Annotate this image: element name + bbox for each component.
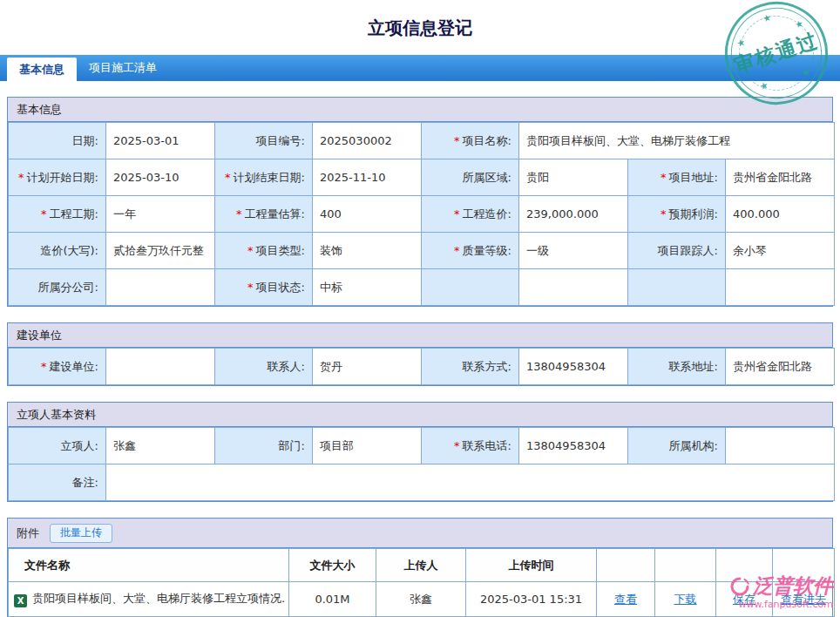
field-value: 2025030002 xyxy=(313,123,422,159)
field-label xyxy=(628,269,726,306)
attach-column-header: 文件大小 xyxy=(289,549,376,582)
field-label: 联系人: xyxy=(215,349,313,385)
attachment-file-name: X贵阳项目样板间、大堂、电梯厅装修工程立项情况. xyxy=(9,582,289,617)
attach-column-header: 上传人 xyxy=(376,549,466,582)
field-label: 备注: xyxy=(9,464,106,501)
field-label: *质量等级: xyxy=(422,233,519,269)
field-label: 日期: xyxy=(9,123,106,159)
field-value: 一年 xyxy=(106,196,215,233)
required-asterisk: * xyxy=(454,439,460,452)
form-section: 建设单位*建设单位:联系人:贺丹联系方式:13804958304联系地址:贵州省… xyxy=(7,322,833,386)
section-title: 建设单位 xyxy=(8,323,832,348)
attachments-section: 附件 批量上传 文件名称文件大小上传人上传时间 X贵阳项目样板间、大堂、电梯厅装… xyxy=(7,518,833,617)
attach-column-header-empty xyxy=(773,549,835,582)
field-value: 贵州省金阳北路 xyxy=(726,159,835,196)
attachment-action-cell: 查看进去 xyxy=(773,582,835,617)
field-label: *工程造价: xyxy=(422,196,519,233)
field-value: 400 xyxy=(313,196,422,233)
attachment-action-2-link[interactable]: 下载 xyxy=(674,593,697,606)
required-asterisk: * xyxy=(454,207,460,220)
field-value: 贺丹 xyxy=(313,349,422,385)
batch-upload-button[interactable]: 批量上传 xyxy=(50,524,112,543)
field-value xyxy=(726,269,835,306)
excel-file-icon: X xyxy=(14,594,27,607)
field-value xyxy=(726,428,835,464)
field-value: 2025-11-10 xyxy=(313,159,422,196)
attachment-action-cell: 查看 xyxy=(597,582,655,617)
field-value: 贵阳 xyxy=(519,159,628,196)
section-title: 基本信息 xyxy=(8,98,832,122)
page-title: 立项信息登记 xyxy=(0,0,840,55)
field-value: 张鑫 xyxy=(106,428,215,464)
attach-column-header-empty xyxy=(597,549,655,582)
form-row: 所属分公司:*项目状态:中标 xyxy=(9,269,835,306)
field-value: 贵阳项目样板间、大堂、电梯厅装修工程 xyxy=(519,123,835,159)
form-row: *计划开始日期:2025-03-10*计划结束日期:2025-11-10所属区域… xyxy=(9,159,835,196)
form-row: 立项人:张鑫部门:项目部*联系电话:13804958304所属机构: xyxy=(9,428,835,464)
attach-column-header: 文件名称 xyxy=(9,549,289,582)
field-value: 中标 xyxy=(313,269,422,306)
required-asterisk: * xyxy=(660,207,667,220)
field-label: 部门: xyxy=(215,428,313,464)
field-value xyxy=(106,349,215,385)
attachment-action-cell: 下载 xyxy=(655,582,716,617)
tab-bar: 基本信息 项目施工清单 xyxy=(0,55,840,81)
required-asterisk: * xyxy=(41,207,47,220)
field-value: 400.000 xyxy=(726,196,835,233)
field-value: 一级 xyxy=(519,233,628,269)
attachment-action-1-link[interactable]: 查看 xyxy=(614,593,637,606)
field-label: 项目跟踪人: xyxy=(628,233,726,269)
form-section: 基本信息日期:2025-03-01项目编号:2025030002*项目名称:贵阳… xyxy=(7,97,833,307)
tab-construction-list[interactable]: 项目施工清单 xyxy=(77,55,169,81)
field-label: *联系电话: xyxy=(422,428,519,464)
section-title: 立项人基本资料 xyxy=(8,403,832,427)
field-value: 13804958304 xyxy=(519,349,628,385)
field-label: *计划结束日期: xyxy=(215,159,313,196)
field-label: 造价(大写): xyxy=(9,233,106,269)
field-label: 联系方式: xyxy=(422,349,519,385)
attachments-header: 附件 批量上传 xyxy=(8,519,832,548)
form-row: 造价(大写):贰拾叁万玖仟元整*项目类型:装饰*质量等级:一级项目跟踪人:余小琴 xyxy=(9,233,835,269)
field-value xyxy=(106,464,835,501)
attachment-upload-time: 2025-03-01 15:31 xyxy=(466,582,597,617)
field-value: 2025-03-10 xyxy=(106,159,215,196)
attachment-action-3-link[interactable]: 保存 xyxy=(733,593,755,606)
field-label: *项目状态: xyxy=(215,269,313,306)
field-value: 贰拾叁万玖仟元整 xyxy=(106,233,215,269)
form-row: *建设单位:联系人:贺丹联系方式:13804958304联系地址:贵州省金阳北路 xyxy=(9,349,835,385)
form-section: 立项人基本资料立项人:张鑫部门:项目部*联系电话:13804958304所属机构… xyxy=(7,402,833,502)
field-label: *建设单位: xyxy=(9,349,106,385)
attachments-title: 附件 xyxy=(17,525,39,541)
attach-column-header: 上传时间 xyxy=(466,549,597,582)
field-label: *项目地址: xyxy=(628,159,726,196)
attach-column-header-empty xyxy=(655,549,716,582)
required-asterisk: * xyxy=(18,171,24,184)
field-value: 余小琴 xyxy=(726,233,835,269)
field-label: *项目类型: xyxy=(215,233,313,269)
field-label: *工程量估算: xyxy=(215,196,313,233)
attachment-uploader: 张鑫 xyxy=(376,582,466,617)
field-value xyxy=(106,269,215,306)
attachment-action-4-link[interactable]: 查看进去 xyxy=(781,593,826,606)
field-value xyxy=(519,269,628,306)
attach-column-header-empty xyxy=(716,549,773,582)
field-value: 贵州省金阳北路 xyxy=(726,349,835,385)
form-row: 备注: xyxy=(9,464,835,501)
field-value: 项目部 xyxy=(313,428,422,464)
field-value: 13804958304 xyxy=(519,428,628,464)
tab-basic-info[interactable]: 基本信息 xyxy=(7,58,77,81)
stamp-star-icon: ★ xyxy=(758,79,769,92)
field-label xyxy=(422,269,519,306)
field-label: 立项人: xyxy=(9,428,106,464)
required-asterisk: * xyxy=(454,134,460,147)
required-asterisk: * xyxy=(225,171,231,184)
field-label: 项目编号: xyxy=(215,123,313,159)
field-label: *项目名称: xyxy=(422,123,519,159)
field-label: 所属机构: xyxy=(628,428,726,464)
attachment-row: X贵阳项目样板间、大堂、电梯厅装修工程立项情况.0.01M张鑫2025-03-0… xyxy=(9,582,835,617)
field-label: *工程工期: xyxy=(9,196,106,233)
required-asterisk: * xyxy=(236,207,242,220)
field-value: 239,000.000 xyxy=(519,196,628,233)
attachment-action-cell: 保存 xyxy=(716,582,773,617)
attachments-header-row: 文件名称文件大小上传人上传时间 xyxy=(9,549,835,582)
